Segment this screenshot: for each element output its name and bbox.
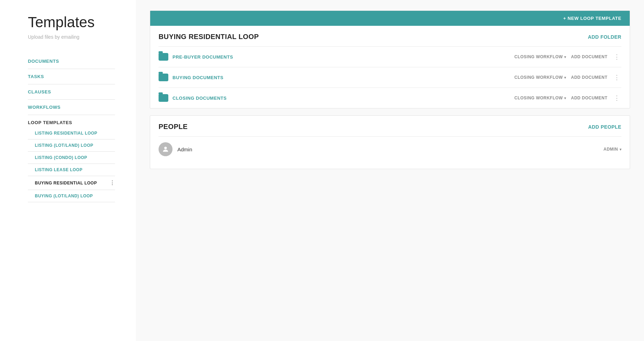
folder-menu-icon-buying[interactable]: ⋮ (612, 72, 621, 83)
folder-actions: CLOSING WORKFLOW ▾ ADD DOCUMENT ⋮ (514, 52, 621, 62)
loop-name: BUYING RESIDENTIAL LOOP (159, 33, 259, 41)
panel-header: + NEW LOOP TEMPLATE (150, 11, 630, 26)
person-role[interactable]: ADMIN ▾ (604, 147, 621, 152)
workflow-label-buying[interactable]: CLOSING WORKFLOW ▾ (514, 75, 566, 80)
people-section-header: PEOPLE ADD PEOPLE (150, 116, 630, 136)
sidebar-item-documents[interactable]: DOCUMENTS (28, 54, 115, 69)
main-content: + NEW LOOP TEMPLATE BUYING RESIDENTIAL L… (136, 0, 644, 341)
loop-template-panel: + NEW LOOP TEMPLATE BUYING RESIDENTIAL L… (150, 10, 630, 108)
sidebar-item-listing-lot-land[interactable]: LISTING (LOT/LAND) LOOP (28, 139, 115, 152)
workflow-label-closing[interactable]: CLOSING WORKFLOW ▾ (514, 96, 566, 100)
folder-row: BUYING DOCUMENTS CLOSING WORKFLOW ▾ ADD … (159, 67, 621, 88)
sidebar-item-workflows[interactable]: WORKFLOWS (28, 100, 115, 115)
folder-menu-icon-pre-buyer[interactable]: ⋮ (612, 52, 621, 62)
buying-residential-menu-icon[interactable]: ⋮ (109, 180, 115, 186)
add-folder-button[interactable]: ADD FOLDER (588, 34, 621, 40)
folder-icon (159, 53, 168, 61)
add-people-button[interactable]: ADD PEOPLE (588, 124, 621, 130)
folder-icon (159, 74, 168, 81)
page-subtitle: Upload files by emailing (28, 34, 115, 40)
people-panel: PEOPLE ADD PEOPLE Admin ADMIN ▾ (150, 115, 630, 169)
sidebar: Templates Upload files by emailing DOCUM… (0, 0, 136, 341)
folder-row: CLOSING DOCUMENTS CLOSING WORKFLOW ▾ ADD… (159, 88, 621, 108)
sidebar-item-tasks[interactable]: TASKS (28, 69, 115, 84)
person-row: Admin ADMIN ▾ (159, 136, 621, 162)
sidebar-item-buying-residential[interactable]: BUYING RESIDENTIAL LOOP ⋮ (28, 176, 115, 190)
loop-section-header: BUYING RESIDENTIAL LOOP ADD FOLDER (150, 26, 630, 46)
sidebar-item-listing-condo[interactable]: LISTING (CONDO) LOOP (28, 152, 115, 164)
chevron-down-icon: ▾ (564, 55, 566, 59)
new-loop-template-button[interactable]: + NEW LOOP TEMPLATE (563, 16, 621, 21)
chevron-down-icon: ▾ (564, 76, 566, 79)
svg-point-0 (164, 147, 167, 149)
sidebar-item-listing-lease[interactable]: LISTING LEASE LOOP (28, 164, 115, 176)
folder-actions: CLOSING WORKFLOW ▾ ADD DOCUMENT ⋮ (514, 72, 621, 83)
sidebar-item-buying-lot-land[interactable]: BUYING (LOT/LAND) LOOP (28, 190, 115, 202)
chevron-down-icon: ▾ (564, 96, 566, 100)
sidebar-nav: DOCUMENTS TASKS CLAUSES WORKFLOWS LOOP T… (28, 54, 115, 202)
people-list: Admin ADMIN ▾ (150, 136, 630, 169)
avatar (159, 142, 172, 156)
folder-icon (159, 94, 168, 102)
folder-actions: CLOSING WORKFLOW ▾ ADD DOCUMENT ⋮ (514, 93, 621, 103)
add-document-button-buying[interactable]: ADD DOCUMENT (571, 75, 607, 80)
page-title: Templates (28, 14, 115, 31)
folder-name-closing[interactable]: CLOSING DOCUMENTS (172, 96, 514, 101)
sidebar-item-clauses[interactable]: CLAUSES (28, 84, 115, 100)
sidebar-item-listing-residential[interactable]: LISTING RESIDENTIAL LOOP (28, 127, 115, 139)
folder-row: PRE-BUYER DOCUMENTS CLOSING WORKFLOW ▾ A… (159, 46, 621, 67)
workflow-label-pre-buyer[interactable]: CLOSING WORKFLOW ▾ (514, 54, 566, 59)
add-document-button-pre-buyer[interactable]: ADD DOCUMENT (571, 54, 607, 59)
person-icon (162, 145, 169, 153)
person-name: Admin (177, 146, 604, 152)
folder-menu-icon-closing[interactable]: ⋮ (612, 93, 621, 103)
people-title: PEOPLE (159, 123, 188, 131)
folder-name-buying[interactable]: BUYING DOCUMENTS (172, 75, 514, 80)
sidebar-section-loop-templates: LOOP TEMPLATES (28, 115, 115, 127)
add-document-button-closing[interactable]: ADD DOCUMENT (571, 96, 607, 100)
chevron-down-icon: ▾ (620, 147, 621, 151)
folder-list: PRE-BUYER DOCUMENTS CLOSING WORKFLOW ▾ A… (150, 46, 630, 108)
folder-name-pre-buyer[interactable]: PRE-BUYER DOCUMENTS (172, 54, 514, 60)
